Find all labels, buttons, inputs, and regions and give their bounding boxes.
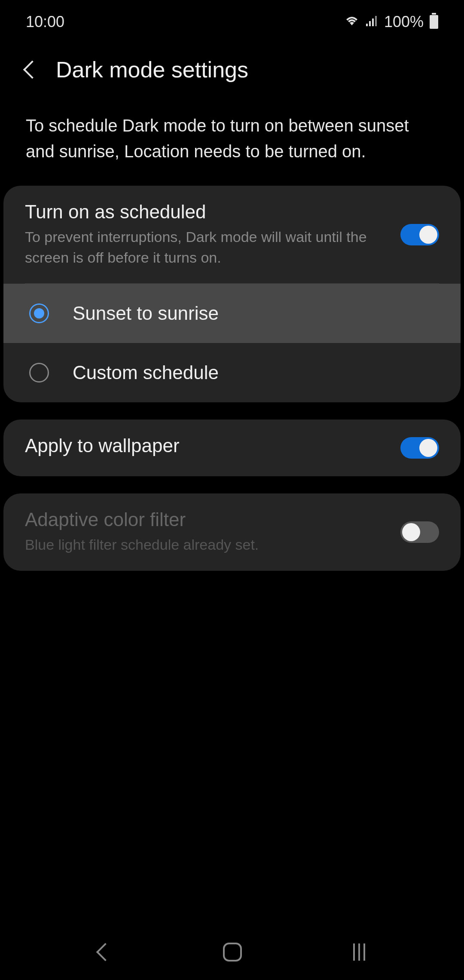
navigation-bar [0,924,464,980]
adaptive-title: Adaptive color filter [25,509,388,530]
radio-icon [29,303,49,323]
svg-rect-0 [366,24,368,26]
wallpaper-card: Apply to wallpaper [3,420,461,476]
nav-back-icon[interactable] [96,943,114,961]
wallpaper-title: Apply to wallpaper [25,435,388,456]
status-time: 10:00 [26,13,64,31]
signal-icon [365,13,378,31]
adaptive-toggle [400,521,439,543]
nav-recent-icon[interactable] [353,943,365,961]
battery-text: 100% [384,13,424,31]
status-indicators: 100% [345,13,438,31]
svg-rect-3 [375,16,377,26]
status-bar: 10:00 100% [0,0,464,40]
adaptive-subtitle: Blue light filter schedule already set. [25,535,388,555]
page-title: Dark mode settings [56,57,248,83]
nav-home-icon[interactable] [223,943,242,962]
schedule-toggle[interactable] [400,224,439,245]
radio-label: Sunset to sunrise [73,303,219,324]
setting-text-block: Apply to wallpaper [25,435,388,461]
toggle-thumb [402,523,420,541]
svg-rect-2 [372,18,374,26]
battery-icon [430,15,438,29]
adaptive-row: Adaptive color filter Blue light filter … [3,493,461,571]
schedule-card: Turn on as scheduled To prevent interrup… [3,186,461,402]
toggle-thumb [419,439,437,457]
spacer [0,476,464,493]
adaptive-card: Adaptive color filter Blue light filter … [3,493,461,571]
radio-option-custom[interactable]: Custom schedule [3,343,461,402]
toggle-thumb [419,226,437,244]
schedule-title: Turn on as scheduled [25,201,388,223]
radio-icon [29,363,49,383]
wifi-icon [345,13,359,31]
back-icon[interactable] [23,61,41,79]
radio-option-sunset[interactable]: Sunset to sunrise [3,284,461,343]
info-text: To schedule Dark mode to turn on between… [0,95,464,186]
turn-on-scheduled-row[interactable]: Turn on as scheduled To prevent interrup… [3,186,461,283]
setting-text-block: Turn on as scheduled To prevent interrup… [25,201,388,268]
spacer [0,402,464,420]
header: Dark mode settings [0,40,464,95]
svg-rect-1 [369,21,371,26]
wallpaper-toggle[interactable] [400,437,439,459]
radio-label: Custom schedule [73,362,219,383]
setting-text-block: Adaptive color filter Blue light filter … [25,509,388,555]
schedule-subtitle: To prevent interruptions, Dark mode will… [25,227,388,268]
apply-wallpaper-row[interactable]: Apply to wallpaper [3,420,461,476]
